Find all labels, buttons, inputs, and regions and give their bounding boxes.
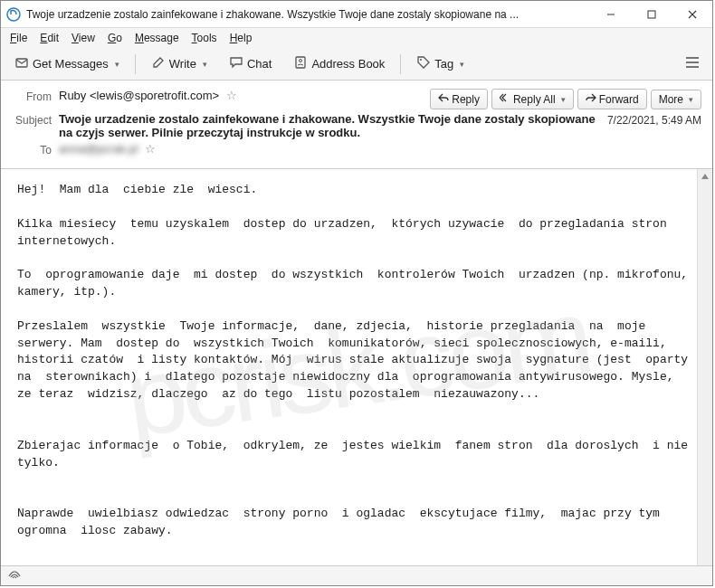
titlebar: Twoje urzadzenie zostalo zainfekowane i …	[1, 1, 712, 28]
star-icon[interactable]: ☆	[145, 142, 156, 156]
subject-value: Twoje urzadzenie zostalo zainfekowane i …	[59, 112, 598, 139]
separator	[135, 54, 136, 74]
message-header: From Ruby <lewis@sporetrofit.com> ☆ Repl…	[1, 81, 712, 169]
app-menu-button[interactable]	[678, 52, 707, 75]
svg-point-8	[420, 59, 422, 61]
reply-all-button[interactable]: Reply All	[491, 89, 574, 109]
message-body[interactable]: Hej! Mam dla ciebie zle wiesci. Kilka mi…	[1, 169, 712, 553]
message-date: 7/22/2021, 5:49 AM	[598, 112, 701, 127]
subject-label: Subject	[12, 112, 59, 127]
more-button[interactable]: More	[651, 90, 701, 109]
reply-icon	[438, 92, 449, 106]
reply-all-icon	[500, 92, 510, 106]
statusbar	[1, 565, 712, 585]
window-title: Twoje urzadzenie zostalo zainfekowane i …	[26, 8, 590, 21]
get-messages-button[interactable]: Get Messages	[6, 51, 128, 77]
menu-message[interactable]: Message	[129, 30, 185, 46]
get-messages-label: Get Messages	[33, 57, 109, 71]
pencil-icon	[151, 55, 166, 72]
tag-button[interactable]: Tag	[408, 51, 472, 77]
separator	[400, 54, 401, 74]
menu-view[interactable]: View	[66, 30, 100, 46]
address-book-button[interactable]: Address Book	[285, 51, 393, 77]
toolbar: Get Messages Write Chat Address Book Tag	[1, 48, 712, 81]
minimize-button[interactable]	[590, 1, 631, 28]
app-icon	[6, 7, 21, 22]
svg-point-7	[300, 60, 302, 62]
forward-button[interactable]: Forward	[577, 89, 647, 109]
menubar: File Edit View Go Message Tools Help	[1, 28, 712, 48]
scroll-up-icon[interactable]	[698, 169, 711, 183]
menu-file[interactable]: File	[5, 30, 33, 46]
chat-icon	[229, 55, 243, 72]
connection-icon	[8, 569, 21, 583]
write-label: Write	[169, 57, 196, 71]
menu-help[interactable]: Help	[224, 30, 258, 46]
address-book-icon	[293, 55, 308, 72]
hamburger-icon	[685, 58, 700, 71]
star-icon[interactable]: ☆	[226, 89, 237, 102]
maximize-button[interactable]	[631, 1, 672, 28]
scrollbar[interactable]	[697, 169, 712, 565]
reply-button[interactable]: Reply	[430, 89, 488, 109]
from-label: From	[12, 89, 59, 103]
forward-icon	[586, 92, 596, 106]
chat-label: Chat	[247, 57, 272, 71]
to-value: anna@pcrak.pl ☆	[59, 142, 701, 156]
tag-icon	[416, 55, 431, 72]
write-button[interactable]: Write	[143, 51, 215, 77]
from-value: Ruby <lewis@sporetrofit.com> ☆	[59, 89, 430, 102]
close-button[interactable]	[672, 1, 712, 28]
address-book-label: Address Book	[311, 57, 385, 71]
menu-edit[interactable]: Edit	[34, 30, 64, 46]
menu-tools[interactable]: Tools	[186, 30, 223, 46]
download-icon	[14, 55, 29, 72]
tag-label: Tag	[434, 57, 453, 71]
svg-rect-2	[648, 11, 655, 18]
to-label: To	[12, 142, 59, 156]
menu-go[interactable]: Go	[102, 30, 128, 46]
chat-button[interactable]: Chat	[221, 51, 280, 77]
